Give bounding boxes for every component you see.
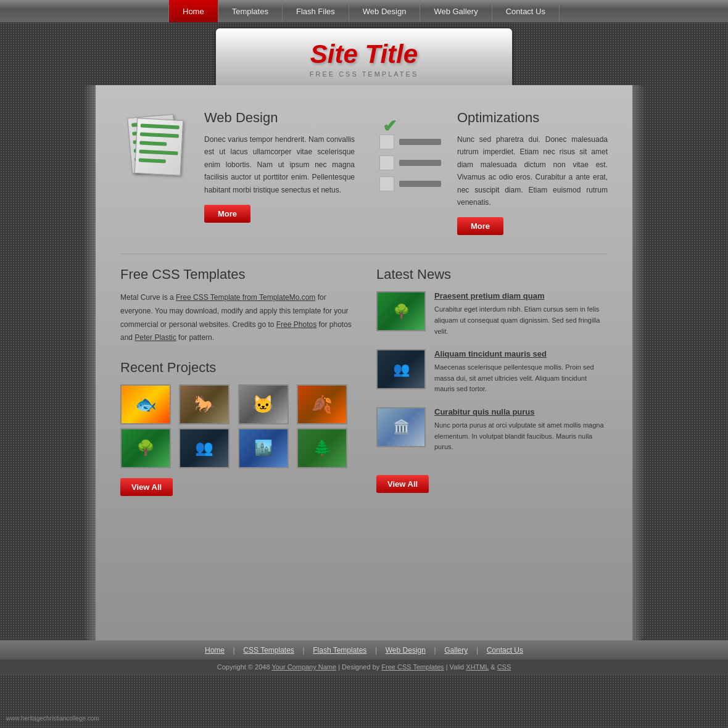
optimizations-icon: ✔ xyxy=(379,122,441,197)
link-peter-plastic[interactable]: Peter Plastic xyxy=(134,333,176,342)
footer-link-home[interactable]: Home xyxy=(205,646,225,655)
news-title-2[interactable]: Aliquam tincidunt mauris sed xyxy=(434,349,608,358)
feature-webdesign: Web Design Donec varius tempor hendrerit… xyxy=(120,110,355,235)
doc-layer-2 xyxy=(134,118,184,176)
content-area: Web Design Donec varius tempor hendrerit… xyxy=(96,85,632,640)
optimizations-more-button[interactable]: More xyxy=(457,217,503,235)
free-css-title: Free CSS Templates xyxy=(120,267,352,283)
right-column: Latest News Praesent pretium diam quam C… xyxy=(376,267,608,495)
nav-web-design[interactable]: Web Design xyxy=(349,0,421,22)
nav-web-gallery[interactable]: Web Gallery xyxy=(420,0,492,22)
project-thumb-2[interactable] xyxy=(179,384,230,424)
news-body-3: Nunc porta purus at orci vulputate sit a… xyxy=(434,420,608,453)
designed-by-text: | Designed by xyxy=(336,663,381,671)
webdesign-icon xyxy=(130,116,185,178)
news-content-1: Praesent pretium diam quam Curabitur ege… xyxy=(434,291,608,337)
and-text: & xyxy=(489,663,497,671)
projects-view-all-button[interactable]: View All xyxy=(120,478,173,496)
webdesign-more-button[interactable]: More xyxy=(204,205,250,223)
project-thumb-6[interactable] xyxy=(179,428,230,468)
recent-projects-title: Recent Projects xyxy=(120,360,352,376)
optimizations-body: Nunc sed pharetra dui. Donec malesuada r… xyxy=(457,133,608,209)
news-content-2: Aliquam tincidunt mauris sed Maecenas sc… xyxy=(434,349,608,395)
project-thumb-7[interactable] xyxy=(238,428,289,468)
feature-optimizations: ✔ xyxy=(373,110,608,235)
section-divider xyxy=(120,254,608,254)
copyright-text: Copyright © 2048 xyxy=(217,663,272,671)
nav-contact-us[interactable]: Contact Us xyxy=(492,0,560,22)
footer-link-contact-us[interactable]: Contact Us xyxy=(487,646,523,655)
main-wrapper: Site Title FREE CSS TEMPLATES xyxy=(96,28,632,640)
news-body-1: Curabitur eget interdum nibh. Etiam curs… xyxy=(434,304,608,337)
webdesign-title: Web Design xyxy=(204,110,355,126)
footer-bottom: Copyright © 2048 Your Company Name | Des… xyxy=(0,660,728,674)
nav-flash-files[interactable]: Flash Files xyxy=(283,0,349,22)
xhtml-link[interactable]: XHTML xyxy=(466,663,489,671)
webdesign-body: Donec varius tempor hendrerit. Nam conva… xyxy=(204,133,355,196)
news-item-1: Praesent pretium diam quam Curabitur ege… xyxy=(376,291,608,337)
designer-link[interactable]: Free CSS Templates xyxy=(381,663,444,671)
footer-link-flash-templates[interactable]: Flash Templates xyxy=(313,646,366,655)
link-free-photos[interactable]: Free Photos xyxy=(276,320,316,329)
site-title: Site Title xyxy=(234,39,494,69)
footer-link-gallery[interactable]: Gallery xyxy=(444,646,468,655)
site-subtitle: FREE CSS TEMPLATES xyxy=(234,70,494,78)
webdesign-text: Web Design Donec varius tempor hendrerit… xyxy=(204,110,355,235)
news-body-2: Maecenas scelerisque pellentesque mollis… xyxy=(434,362,608,395)
logo-box: Site Title FREE CSS TEMPLATES xyxy=(216,28,512,85)
free-css-body: Metal Curve is a Free CSS Template from … xyxy=(120,291,352,344)
project-thumb-5[interactable] xyxy=(120,428,171,468)
footer-nav: Home | CSS Templates | Flash Templates |… xyxy=(0,640,728,660)
nav-templates[interactable]: Templates xyxy=(218,0,283,22)
project-thumb-4[interactable] xyxy=(297,384,347,424)
navigation: Home Templates Flash Files Web Design We… xyxy=(0,0,728,22)
footer-link-web-design[interactable]: Web Design xyxy=(386,646,426,655)
features-row: Web Design Donec varius tempor hendrerit… xyxy=(120,97,608,247)
news-thumb-1 xyxy=(376,291,426,331)
projects-grid xyxy=(120,384,352,468)
valid-text: | Valid xyxy=(444,663,466,671)
news-title-1[interactable]: Praesent pretium diam quam xyxy=(434,291,608,300)
news-view-all-button[interactable]: View All xyxy=(376,475,429,493)
news-thumb-2 xyxy=(376,349,426,389)
optimizations-title: Optimizations xyxy=(457,110,608,126)
bottom-section: Free CSS Templates Metal Curve is a Free… xyxy=(120,267,608,495)
company-name-link[interactable]: Your Company Name xyxy=(271,663,336,671)
news-item-3: Curabitur quis nulla purus Nunc porta pu… xyxy=(376,407,608,453)
project-thumb-3[interactable] xyxy=(238,384,289,424)
footer-link-css-templates[interactable]: CSS Templates xyxy=(243,646,294,655)
link-templatemo[interactable]: Free CSS Template from TemplateMo.com xyxy=(176,293,315,302)
logo-container: Site Title FREE CSS TEMPLATES xyxy=(96,28,632,85)
website-url: www.heritagechristiancollege.com xyxy=(6,715,99,722)
left-column: Free CSS Templates Metal Curve is a Free… xyxy=(120,267,352,495)
optimizations-text: Optimizations Nunc sed pharetra dui. Don… xyxy=(457,110,608,235)
nav-home[interactable]: Home xyxy=(168,0,218,22)
css-link[interactable]: CSS xyxy=(497,663,511,671)
latest-news-title: Latest News xyxy=(376,267,608,283)
project-thumb-1[interactable] xyxy=(120,384,171,424)
news-item-2: Aliquam tincidunt mauris sed Maecenas sc… xyxy=(376,349,608,395)
news-content-3: Curabitur quis nulla purus Nunc porta pu… xyxy=(434,407,608,453)
checkmark-icon: ✔ xyxy=(383,116,397,136)
project-thumb-8[interactable] xyxy=(297,428,347,468)
webdesign-icon-container xyxy=(120,110,194,235)
news-title-3[interactable]: Curabitur quis nulla purus xyxy=(434,407,608,416)
optimizations-icon-container: ✔ xyxy=(373,110,447,235)
news-thumb-3 xyxy=(376,407,426,447)
